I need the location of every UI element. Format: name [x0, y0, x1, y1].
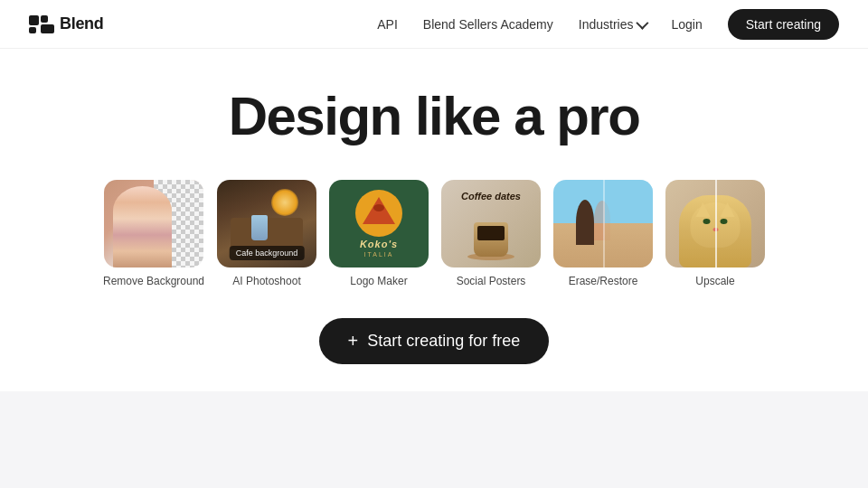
card-erase-restore-label: Erase/Restore	[569, 275, 638, 287]
logo-koko-text: Koko's	[360, 239, 398, 249]
nav-links: API Blend Sellers Academy Industries Log…	[377, 9, 839, 40]
hero-title: Design like a pro	[229, 85, 640, 147]
card-remove-background[interactable]: Remove Background	[103, 180, 204, 287]
cat-ear-right	[721, 202, 735, 217]
logo-content: Koko's ITALIA	[329, 180, 429, 267]
navbar: Blend API Blend Sellers Academy Industri…	[0, 0, 868, 49]
card-remove-bg-image	[104, 180, 203, 267]
brand-name: Blend	[60, 14, 104, 33]
cat-ear-left	[696, 202, 711, 217]
feature-cards-row: Remove Background AI Photoshoot Koko's I…	[103, 180, 765, 287]
bottom-section	[0, 391, 868, 488]
nav-industries-label: Industries	[579, 17, 634, 32]
card-erase-image	[553, 180, 653, 267]
cafe-glass	[251, 215, 268, 240]
nav-industries[interactable]: Industries	[579, 17, 646, 32]
card-social-posters[interactable]: Coffee dates Social Posters	[441, 180, 541, 287]
cat-eye-right	[721, 219, 728, 224]
card-logo-image: Koko's ITALIA	[329, 180, 429, 267]
blend-logo-icon	[29, 15, 54, 33]
woman-figure	[113, 186, 172, 267]
nav-login[interactable]: Login	[671, 17, 702, 32]
card-upscale-label: Upscale	[695, 275, 734, 287]
coffee-cup	[474, 222, 508, 257]
cat-eye-left	[703, 219, 711, 224]
hero-cta-label: Start creating for free	[367, 332, 520, 351]
industries-chevron-down-icon	[637, 16, 649, 29]
card-upscale-image	[665, 180, 765, 267]
card-ai-photoshoot[interactable]: AI Photoshoot	[217, 180, 316, 287]
hero-cta-button[interactable]: + Start creating for free	[319, 318, 550, 364]
svg-rect-1	[41, 15, 48, 23]
card-social-image: Coffee dates	[441, 180, 541, 267]
beach-right-half	[605, 180, 653, 267]
card-logo-maker[interactable]: Koko's ITALIA Logo Maker	[329, 180, 429, 287]
pizza-circle	[355, 190, 402, 237]
brand[interactable]: Blend	[29, 14, 104, 33]
plus-icon: +	[348, 331, 359, 352]
cafe-light	[271, 189, 298, 216]
card-logo-maker-label: Logo Maker	[350, 275, 407, 287]
nav-api[interactable]: API	[377, 17, 398, 32]
svg-rect-2	[29, 27, 36, 33]
nav-blend-sellers-academy[interactable]: Blend Sellers Academy	[423, 17, 553, 32]
card-ai-photoshoot-label: AI Photoshoot	[232, 275, 300, 287]
hero-section: Design like a pro Remove Background AI P…	[0, 49, 868, 391]
card-upscale[interactable]: Upscale	[665, 180, 765, 287]
pizza-slice	[363, 197, 395, 224]
upscale-split-line	[715, 180, 717, 267]
svg-rect-0	[29, 15, 39, 25]
card-social-posters-label: Social Posters	[457, 275, 526, 287]
card-erase-restore[interactable]: Erase/Restore	[553, 180, 653, 287]
card-ai-photoshoot-image	[217, 180, 316, 267]
svg-rect-3	[41, 24, 54, 33]
card-remove-bg-label: Remove Background	[103, 275, 204, 287]
beach-figure-1	[576, 200, 594, 245]
nav-start-creating-button[interactable]: Start creating	[728, 9, 839, 40]
social-poster-text: Coffee dates	[441, 191, 541, 202]
logo-italia-text: ITALIA	[364, 251, 394, 258]
